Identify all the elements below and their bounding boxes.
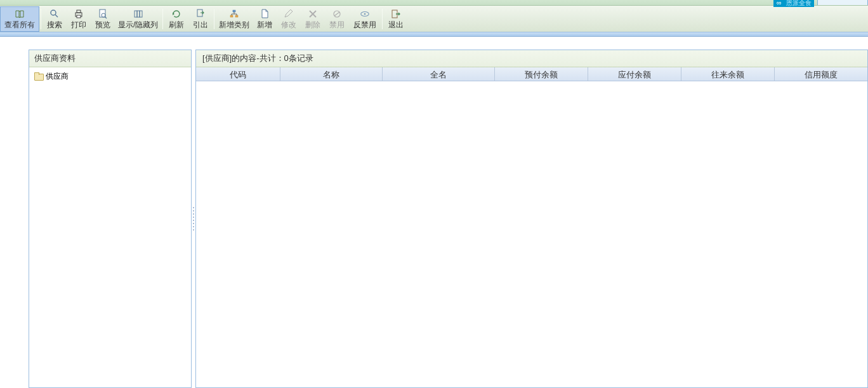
export-button[interactable]: 引出 xyxy=(188,6,213,32)
svg-line-1 xyxy=(55,15,58,17)
exit-button[interactable]: 退出 xyxy=(384,6,408,32)
add-new-button[interactable]: 新增 xyxy=(253,6,277,32)
svg-rect-8 xyxy=(135,11,137,17)
right-panel-title: [供应商]的内容-共计：0条记录 xyxy=(196,50,867,67)
disable-icon xyxy=(332,9,342,19)
toolbar-divider xyxy=(162,9,163,29)
preview-button[interactable]: 预览 xyxy=(91,6,115,32)
separator-bar xyxy=(0,32,868,37)
new-document-icon xyxy=(260,9,270,19)
column-header-prepaid-balance[interactable]: 预付余额 xyxy=(495,67,588,81)
add-new-label: 新增 xyxy=(257,20,272,29)
svg-rect-3 xyxy=(77,10,81,13)
book-icon xyxy=(15,9,25,19)
svg-rect-14 xyxy=(230,15,233,17)
refresh-button[interactable]: 刷新 xyxy=(164,6,188,32)
brand-badge: 恩派全食 xyxy=(773,0,814,7)
svg-rect-15 xyxy=(235,15,238,17)
modify-label: 修改 xyxy=(281,20,296,29)
delete-button: 删除 xyxy=(301,6,325,32)
column-header-fullname[interactable]: 全名 xyxy=(383,67,494,81)
columns-icon xyxy=(133,9,143,19)
infinity-icon xyxy=(776,0,785,6)
toolbar-divider xyxy=(41,9,41,29)
hierarchy-icon xyxy=(229,9,239,19)
refresh-label: 刷新 xyxy=(169,20,184,29)
svg-rect-4 xyxy=(77,15,81,18)
disable-label: 禁用 xyxy=(329,20,345,29)
splitter-handle xyxy=(193,206,195,232)
tree-area[interactable]: 供应商 xyxy=(29,67,191,387)
print-icon xyxy=(74,9,84,19)
view-all-button[interactable]: 查看所有 xyxy=(0,6,39,32)
svg-rect-9 xyxy=(137,11,140,17)
folder-icon xyxy=(34,73,43,81)
main-toolbar: 查看所有 搜索 打印 预览 显示/隐藏列 刷新 引出 xyxy=(0,6,868,32)
add-category-label: 新增类别 xyxy=(219,20,249,29)
print-button[interactable]: 打印 xyxy=(67,6,91,32)
toolbar-divider xyxy=(214,9,214,29)
column-header-name[interactable]: 名称 xyxy=(280,67,383,81)
edit-icon xyxy=(284,9,294,19)
tree-root-item[interactable]: 供应商 xyxy=(32,70,188,83)
export-label: 引出 xyxy=(193,20,208,29)
undisable-label: 反禁用 xyxy=(353,20,376,29)
search-button[interactable]: 搜索 xyxy=(43,6,67,32)
search-label: 搜索 xyxy=(47,20,62,29)
title-bar: 恩派全食 xyxy=(0,0,868,6)
show-hide-columns-label: 显示/隐藏列 xyxy=(118,20,158,29)
tree-root-label: 供应商 xyxy=(46,71,69,82)
search-icon xyxy=(49,9,60,19)
column-header-credit-limit[interactable]: 信用额度 xyxy=(775,67,867,81)
svg-rect-13 xyxy=(233,10,235,12)
modify-button: 修改 xyxy=(277,6,301,32)
toolbar-divider xyxy=(382,9,383,29)
delete-label: 删除 xyxy=(305,20,320,29)
column-header-payable-balance[interactable]: 应付余额 xyxy=(588,67,681,81)
delete-icon xyxy=(308,9,318,19)
svg-point-0 xyxy=(51,10,56,15)
left-margin xyxy=(0,37,29,388)
table-body[interactable] xyxy=(196,81,867,387)
badge-text: 恩派全食 xyxy=(786,0,812,7)
content-area: 供应商资料 供应商 [供应商]的内容-共计：0条记录 代码 名称 全名 预付余额 xyxy=(29,37,868,388)
table-header: 代码 名称 全名 预付余额 应付余额 往来余额 信用额度 xyxy=(196,67,867,81)
refresh-icon xyxy=(171,9,181,19)
exit-label: 退出 xyxy=(388,20,404,29)
disable-button: 禁用 xyxy=(325,6,349,32)
column-header-code[interactable]: 代码 xyxy=(196,67,280,81)
undisable-icon xyxy=(360,9,370,19)
right-panel: [供应商]的内容-共计：0条记录 代码 名称 全名 预付余额 应付余额 往来余额… xyxy=(195,50,868,388)
svg-rect-10 xyxy=(140,11,142,17)
view-all-label: 查看所有 xyxy=(4,20,35,29)
add-category-button[interactable]: 新增类别 xyxy=(216,6,253,32)
svg-point-25 xyxy=(364,13,366,15)
svg-line-23 xyxy=(334,12,339,16)
left-panel-title: 供应商资料 xyxy=(29,50,191,67)
undisable-button[interactable]: 反禁用 xyxy=(349,6,381,32)
show-hide-columns-button[interactable]: 显示/隐藏列 xyxy=(115,6,161,32)
column-header-current-balance[interactable]: 往来余额 xyxy=(681,67,775,81)
preview-label: 预览 xyxy=(95,20,110,29)
left-panel: 供应商资料 供应商 xyxy=(29,50,192,388)
title-bar-segment xyxy=(817,0,868,5)
export-icon xyxy=(195,9,206,19)
preview-icon xyxy=(98,9,108,19)
exit-icon xyxy=(391,9,401,19)
print-label: 打印 xyxy=(71,20,86,29)
